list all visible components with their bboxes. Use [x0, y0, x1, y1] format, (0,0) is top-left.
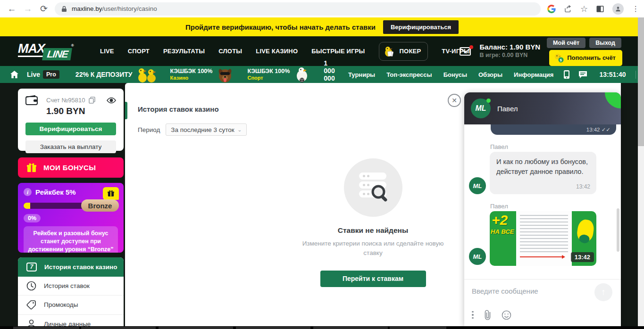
- chat-message-input[interactable]: Введите сообщение: [472, 287, 538, 295]
- share-icon[interactable]: [564, 5, 572, 13]
- messages-envelope-icon[interactable]: [460, 47, 471, 56]
- logo-registered: ®: [71, 43, 74, 48]
- my-account-button[interactable]: Мой счёт: [547, 38, 585, 48]
- no-bets-icon: [344, 158, 402, 217]
- green-subnav: Live Pro 22% К ДЕПОЗИТУ КЭШБЭК 100% Кази…: [0, 66, 638, 83]
- promo-deposit-22-label: 22% К ДЕПОЗИТУ: [75, 71, 133, 78]
- chat-corner-decoration: [605, 92, 621, 108]
- promo-deposit-22[interactable]: 22% К ДЕПОЗИТУ: [75, 66, 157, 82]
- chat-input-zone: Введите сообщение ↑: [464, 279, 621, 326]
- tag-icon: [26, 300, 36, 310]
- go-to-bets-button[interactable]: Перейти к ставкам: [320, 271, 426, 287]
- image-message-thumbnail[interactable]: +2 НА ВСЕ 13:42: [490, 211, 596, 266]
- cashback-casino-sub: Казино: [170, 75, 213, 81]
- image-duck-figure: [576, 219, 595, 242]
- verify-button[interactable]: Верифицироваться: [25, 123, 116, 135]
- deposit-duck-icon: $: [554, 53, 564, 63]
- chat-options-icon[interactable]: [472, 311, 474, 319]
- url-path: /user/history/casino: [102, 5, 157, 12]
- send-message-button[interactable]: ↑: [594, 283, 612, 301]
- promo-ducks-image: [136, 66, 157, 82]
- browser-reload-icon[interactable]: ⟳: [36, 3, 52, 14]
- attach-file-icon[interactable]: [484, 310, 491, 320]
- page-scrollbar-thumb[interactable]: [638, 17, 644, 146]
- browser-menu-icon[interactable]: ⋮: [632, 4, 639, 13]
- rakeback-progress-fill: [24, 203, 30, 209]
- subnav-reviews[interactable]: Обзоры: [478, 71, 502, 78]
- nav-slots[interactable]: СЛОТЫ: [218, 48, 242, 55]
- mobile-app-icon[interactable]: [564, 70, 569, 79]
- verification-banner-text: Пройдите верификацию, чтобы начать делат…: [185, 23, 376, 31]
- page-scrollbar[interactable]: [638, 17, 644, 329]
- address-bar[interactable]: maxline.by/user/history/casino: [55, 2, 541, 16]
- wallet-icon: [25, 95, 38, 105]
- sidebar-item-bet-history[interactable]: История ставок: [18, 277, 124, 296]
- deposit-button[interactable]: $ Пополнить счёт: [550, 51, 621, 65]
- image-document-area: [516, 211, 572, 266]
- period-select[interactable]: За последние 3 суток ⌄: [166, 123, 247, 136]
- side-panel-icon[interactable]: [596, 5, 604, 13]
- nav-live-casino[interactable]: LIVE КАЗИНО: [256, 48, 298, 55]
- logout-button[interactable]: Выход: [589, 38, 621, 48]
- page-title: История ставок казино: [138, 105, 219, 113]
- subnav-bonuses[interactable]: Бонусы: [443, 71, 467, 78]
- promo-cashback-casino[interactable]: КЭШБЭК 100% Казино: [170, 66, 234, 82]
- verify-banner-button[interactable]: Верифицироваться: [383, 20, 459, 34]
- cashback-sport-title: КЭШБЭК 100%: [247, 68, 290, 75]
- taskbar-edge: [0, 326, 644, 329]
- subnav-pro-badge[interactable]: Pro: [43, 70, 59, 79]
- image-promo-text2: НА ВСЕ: [491, 228, 514, 235]
- emoji-icon[interactable]: [502, 310, 511, 320]
- incoming-message-text: И как по любому из бонусов, действует да…: [496, 158, 588, 175]
- payout-button[interactable]: Заказать на выплату: [25, 140, 116, 153]
- subnav-live[interactable]: Live: [27, 71, 40, 78]
- nav-poker[interactable]: ПОКЕР: [379, 42, 428, 61]
- nav-results[interactable]: РЕЗУЛЬТАТЫ: [163, 48, 205, 55]
- rakeback-title: Рейкбек 5%: [35, 188, 76, 196]
- search-icon: [370, 184, 390, 204]
- promo-cashback-sport[interactable]: КЭШБЭК 100% Спорт: [247, 66, 310, 82]
- nav-poker-label: ПОКЕР: [400, 48, 421, 55]
- empty-state-subtitle: Измените критерии поиска или сделайте но…: [302, 239, 444, 258]
- title-accent-bar: [125, 102, 127, 119]
- message-author: Павел: [490, 143, 508, 150]
- account-card: Счет №95810 1.90 BYN Верифицироваться За…: [18, 89, 124, 151]
- sidebar-item-casino-bet-history[interactable]: 7 История ставок казино: [18, 257, 124, 277]
- subnav-information[interactable]: Информация: [514, 71, 553, 78]
- chat-header: ML Павел: [464, 92, 621, 124]
- bookmark-star-icon[interactable]: ☆: [580, 4, 588, 14]
- promo-white-duck-image: [293, 66, 310, 82]
- chat-close-button[interactable]: ✕: [448, 94, 461, 107]
- rakeback-note: Рейкбек и разовый бонус станет доступен …: [24, 226, 118, 253]
- browser-forward-icon[interactable]: →: [20, 4, 36, 14]
- period-select-value: За последние 3 суток: [171, 126, 234, 133]
- sidebar-item-personal-data[interactable]: Личные данные: [18, 315, 124, 327]
- account-balance: 1.90 BYN: [46, 106, 116, 116]
- browser-back-icon[interactable]: ←: [4, 4, 20, 14]
- nav-fast-games[interactable]: БЫСТРЫЕ ИГРЫ: [311, 48, 365, 55]
- chevron-down-icon: ⌄: [237, 127, 242, 133]
- nav-live[interactable]: LIVE: [100, 48, 114, 55]
- nav-sport[interactable]: СПОРТ: [128, 48, 150, 55]
- sidebar-item-promocodes[interactable]: Промокоды: [18, 296, 124, 315]
- outgoing-message-bubble: 13:42 ✓✓: [491, 124, 616, 135]
- home-icon[interactable]: [10, 71, 18, 78]
- main-header: MAX LINE ® LIVE СПОРТ РЕЗУЛЬТАТЫ СЛОТЫ L…: [0, 36, 644, 66]
- url-host: maxline.by: [72, 5, 102, 12]
- account-number: Счет №95810: [46, 97, 85, 104]
- browser-profile-avatar[interactable]: [612, 3, 624, 15]
- rakeback-gift-badge[interactable]: [103, 187, 119, 200]
- subnav-top-express[interactable]: Топ-экспрессы: [386, 71, 432, 78]
- period-label: Период: [138, 126, 160, 133]
- subnav-tournaments[interactable]: Турниры: [348, 71, 375, 78]
- maxline-logo[interactable]: MAX LINE ®: [18, 42, 71, 60]
- copy-icon[interactable]: [89, 97, 95, 104]
- logo-line: LINE: [42, 48, 72, 60]
- support-chat-icon[interactable]: [579, 71, 587, 78]
- slot-seven-icon: 7: [26, 263, 37, 271]
- chat-scrollbar-thumb[interactable]: [617, 208, 619, 252]
- hide-balance-eye-icon[interactable]: [107, 97, 116, 104]
- my-bonuses-banner[interactable]: МОИ БОНУСЫ: [18, 157, 124, 178]
- info-icon[interactable]: i: [24, 188, 32, 196]
- google-icon[interactable]: [547, 5, 556, 13]
